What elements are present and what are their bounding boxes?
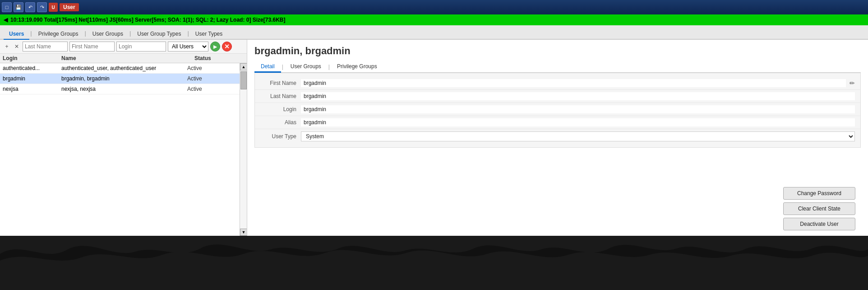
form-fields: First Name brgadmin ✏ Last Name brgadmin… (254, 73, 861, 148)
field-first-name: First Name brgadmin ✏ (255, 77, 860, 90)
back-arrow[interactable]: ◀ (4, 17, 8, 23)
label-first-name: First Name (260, 80, 301, 86)
search-go-button[interactable]: ▶ (210, 42, 220, 51)
scroll-thumb[interactable] (240, 71, 247, 89)
row-login: nexjsa (3, 86, 61, 92)
login-input[interactable] (116, 42, 166, 51)
label-user-type: User Type (260, 133, 301, 140)
row-status: Active (187, 65, 228, 71)
window-title: User (60, 3, 79, 11)
tab-user-groups-detail[interactable]: User Groups (284, 61, 328, 73)
col-login: Login (3, 55, 61, 61)
left-panel: + ✕ All Users ▶ ✕ Login Name Status auth… (0, 40, 247, 236)
tab-detail[interactable]: Detail (254, 61, 281, 73)
value-first-name: brgadmin (301, 79, 846, 87)
field-last-name: Last Name brgadmin (255, 90, 860, 103)
clear-search-button[interactable]: ✕ (13, 42, 21, 51)
search-cancel-button[interactable]: ✕ (222, 42, 232, 51)
label-alias: Alias (260, 119, 301, 126)
app-icon: U (49, 3, 58, 12)
main-content: + ✕ All Users ▶ ✕ Login Name Status auth… (0, 40, 868, 236)
new-button[interactable]: □ (2, 2, 12, 12)
tab-privilege-groups[interactable]: Privilege Groups (33, 29, 84, 40)
change-password-button[interactable]: Change Password (783, 187, 855, 200)
title-bar: □ 💾 ↶ ↷ U User (0, 0, 868, 14)
search-bar: + ✕ All Users ▶ ✕ (0, 40, 247, 54)
save-button[interactable]: 💾 (14, 2, 23, 12)
row-login: brgadmin (3, 75, 61, 82)
list-item[interactable]: authenticated... authenticated_user, aut… (0, 63, 240, 74)
edit-first-name-icon[interactable]: ✏ (850, 80, 855, 87)
value-login: brgadmin (301, 105, 855, 113)
row-status: Active (187, 86, 228, 92)
tab-user-group-types[interactable]: User Group Types (132, 29, 186, 40)
scroll-down-button[interactable]: ▼ (240, 229, 247, 236)
row-name: authenticated_user, authenticated_user (61, 65, 187, 71)
row-status: Active (187, 75, 228, 82)
list-scrollbar[interactable]: ▲ ▼ (240, 63, 247, 236)
label-login: Login (260, 106, 301, 112)
detail-title: brgadmin, brgadmin (254, 45, 861, 57)
row-name: nexjsa, nexjsa (61, 86, 187, 92)
field-login: Login brgadmin (255, 103, 860, 116)
user-type-select[interactable]: System (301, 131, 855, 141)
tab-user-types[interactable]: User Types (190, 29, 228, 40)
scroll-up-button[interactable]: ▲ (240, 63, 247, 70)
deactivate-user-button[interactable]: Deactivate User (783, 218, 855, 230)
first-name-input[interactable] (69, 42, 115, 51)
scroll-track (240, 70, 247, 229)
tab-privilege-groups-detail[interactable]: Privilege Groups (331, 61, 383, 73)
redo-button[interactable]: ↷ (37, 2, 47, 12)
row-login: authenticated... (3, 65, 61, 71)
col-status: Status (194, 55, 235, 61)
list-item[interactable]: nexjsa nexjsa, nexjsa Active (0, 84, 240, 94)
user-list: authenticated... authenticated_user, aut… (0, 63, 240, 236)
bottom-wave (0, 236, 868, 290)
row-name: brgadmin, brgadmin (61, 75, 187, 82)
field-user-type: User Type System (255, 129, 860, 144)
undo-button[interactable]: ↶ (25, 2, 35, 12)
list-item[interactable]: brgadmin brgadmin, brgadmin Active (0, 74, 240, 84)
label-last-name: Last Name (260, 93, 301, 99)
right-panel: brgadmin, brgadmin Detail | User Groups … (247, 40, 868, 236)
list-header: Login Name Status (0, 54, 247, 63)
value-last-name: brgadmin (301, 92, 855, 100)
value-alias: brgadmin (301, 118, 855, 126)
action-buttons: Change Password Clear Client State Deact… (254, 182, 861, 230)
clear-client-state-button[interactable]: Clear Client State (783, 202, 855, 215)
main-tab-bar: Users | Privilege Groups | User Groups |… (0, 25, 868, 40)
filter-select[interactable]: All Users (168, 42, 208, 51)
last-name-input[interactable] (23, 42, 68, 51)
tab-user-groups[interactable]: User Groups (87, 29, 129, 40)
field-alias: Alias brgadmin (255, 116, 860, 129)
col-name: Name (61, 55, 194, 61)
add-user-button[interactable]: + (3, 42, 11, 51)
wave-graphic (0, 236, 868, 290)
detail-tab-bar: Detail | User Groups | Privilege Groups (254, 61, 861, 73)
status-bar: ◀ 10:13:19.090 Total[175ms] Net[110ms] J… (0, 14, 868, 25)
tab-users[interactable]: Users (4, 29, 29, 40)
